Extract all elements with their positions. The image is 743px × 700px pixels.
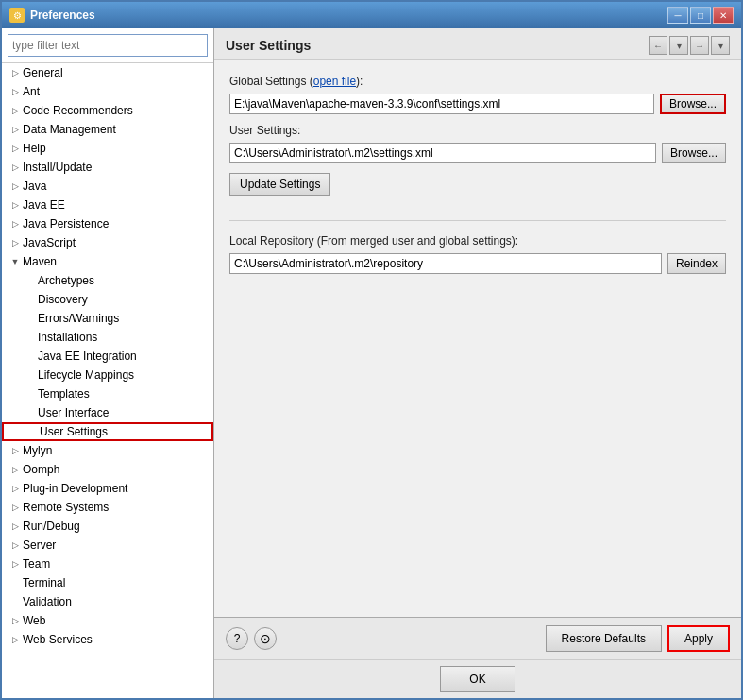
expander-icon: ▷ [9,521,21,532]
section-separator [229,220,726,221]
restore-defaults-button[interactable]: Restore Defaults [546,625,662,652]
sidebar-item-label: Remote Systems [23,501,109,514]
title-bar-left: ⚙ Preferences [9,8,95,23]
sidebar-item-label: Data Management [23,123,116,136]
global-settings-text: Global Settings ( [229,75,313,88]
expander-icon [25,388,36,400]
global-settings-end: ): [356,75,363,88]
expander-icon: ▷ [9,445,21,456]
sidebar-item-label: Maven [23,255,57,268]
left-panel: ▷ General ▷ Ant ▷ Code Recommenders ▷ Da… [2,28,214,698]
window-icon: ⚙ [9,8,25,23]
expander-icon: ▷ [9,180,21,192]
sidebar-item-java-persistence[interactable]: ▷ Java Persistence [2,214,213,233]
sidebar-item-installations[interactable]: Installations [2,328,213,347]
sidebar-item-maven[interactable]: ▼ Maven [2,252,213,271]
sidebar-item-lifecycle-mappings[interactable]: Lifecycle Mappings [2,366,213,384]
expander-icon: ▷ [9,237,21,248]
forward-button[interactable]: → [690,36,709,55]
sidebar-item-run-debug[interactable]: ▷ Run/Debug [2,517,213,536]
sidebar-item-label: Oomph [23,463,59,476]
sidebar-item-web-services[interactable]: ▷ Web Services [2,630,213,649]
browse-global-button[interactable]: Browse... [660,94,726,114]
sidebar-item-java[interactable]: ▷ Java [2,177,213,196]
sidebar-item-remote-systems[interactable]: ▷ Remote Systems [2,498,213,517]
sidebar-item-templates[interactable]: Templates [2,384,213,403]
sidebar-item-label: Code Recommenders [23,104,133,117]
expander-icon: ▷ [9,539,21,551]
help-button[interactable]: ? [226,627,248,650]
sidebar-item-javascript[interactable]: ▷ JavaScript [2,233,213,252]
bottom-bar: ? ⊙ Restore Defaults Apply [214,617,741,659]
sidebar-item-label: Java Persistence [23,217,109,230]
sidebar-item-label: Java EE [23,198,65,212]
expander-icon [25,407,36,418]
sidebar-item-label: Java [23,179,46,193]
ok-row: OK [214,659,741,698]
sidebar-item-label: Team [23,557,50,571]
bottom-left: ? ⊙ [226,627,277,650]
expander-icon [25,369,36,381]
local-repo-row: Reindex [229,253,726,274]
sidebar-item-archetypes[interactable]: Archetypes [2,271,213,290]
sidebar-item-user-interface[interactable]: User Interface [2,403,213,422]
sidebar-item-oomph[interactable]: ▷ Oomph [2,460,213,479]
nav-dropdown-button[interactable]: ▾ [669,36,688,55]
local-repo-text: Local Repository (From merged user and g… [229,234,518,248]
reindex-button[interactable]: Reindex [667,253,726,274]
expander-icon: ▷ [9,464,21,475]
sidebar-item-label: Errors/Warnings [38,312,119,325]
sidebar-item-server[interactable]: ▷ Server [2,536,213,555]
sidebar-item-label: Ant [23,85,40,98]
global-settings-label: Global Settings (open file): [229,75,726,88]
minimize-button[interactable]: ─ [667,7,688,24]
user-settings-path-input[interactable] [229,143,656,163]
bottom-right: Restore Defaults Apply [546,625,730,652]
apply-button[interactable]: Apply [667,625,730,652]
sidebar-item-label: Validation [23,595,72,608]
expander-icon [25,294,36,305]
expander-icon [25,275,36,286]
search-input[interactable] [8,34,208,57]
sidebar-item-install-update[interactable]: ▷ Install/Update [2,158,213,177]
back-button[interactable]: ← [649,36,667,55]
sidebar-item-team[interactable]: ▷ Team [2,555,213,573]
maximize-button[interactable]: □ [690,7,711,24]
sidebar-item-user-settings[interactable]: User Settings [2,422,213,441]
sidebar-item-label: Lifecycle Mappings [38,368,134,382]
local-repo-path-input[interactable] [229,253,662,274]
close-button[interactable]: ✕ [713,7,734,24]
sidebar-item-validation[interactable]: Validation [2,592,213,611]
forward-dropdown-button[interactable]: ▾ [711,36,730,55]
panel-header: User Settings ← ▾ → ▾ [214,28,741,60]
right-panel: User Settings ← ▾ → ▾ Global Settings (o… [214,28,741,698]
expander-icon [9,577,21,589]
expander-icon [25,332,36,343]
sidebar-item-general[interactable]: ▷ General [2,63,213,82]
sidebar-item-discovery[interactable]: Discovery [2,290,213,309]
open-file-link[interactable]: open file [313,75,356,88]
expander-icon [25,350,36,362]
sidebar-item-code-recommenders[interactable]: ▷ Code Recommenders [2,101,213,120]
sidebar-item-java-ee-integration[interactable]: Java EE Integration [2,347,213,366]
expander-icon: ▷ [9,558,21,570]
sidebar-item-label: JavaScript [23,236,76,249]
preferences-window: ⚙ Preferences ─ □ ✕ ▷ General ▷ [0,0,743,700]
sidebar-item-help[interactable]: ▷ Help [2,139,213,158]
ok-button[interactable]: OK [440,666,515,692]
update-settings-button[interactable]: Update Settings [229,173,330,196]
browse-user-button[interactable]: Browse... [662,143,726,163]
sidebar-item-data-management[interactable]: ▷ Data Management [2,120,213,139]
global-settings-path-input[interactable] [229,94,654,114]
filter-wrapper [2,28,213,63]
sidebar-item-errors-warnings[interactable]: Errors/Warnings [2,309,213,328]
user-settings-text: User Settings: [229,124,300,137]
sidebar-item-web[interactable]: ▷ Web [2,611,213,630]
sidebar-item-mylyn[interactable]: ▷ Mylyn [2,441,213,460]
sidebar-item-plugin-development[interactable]: ▷ Plug-in Development [2,479,213,498]
sidebar-item-java-ee[interactable]: ▷ Java EE [2,196,213,214]
user-settings-label: User Settings: [229,124,726,137]
sidebar-item-ant[interactable]: ▷ Ant [2,82,213,101]
sidebar-item-terminal[interactable]: Terminal [2,573,213,592]
info-button[interactable]: ⊙ [254,627,277,650]
